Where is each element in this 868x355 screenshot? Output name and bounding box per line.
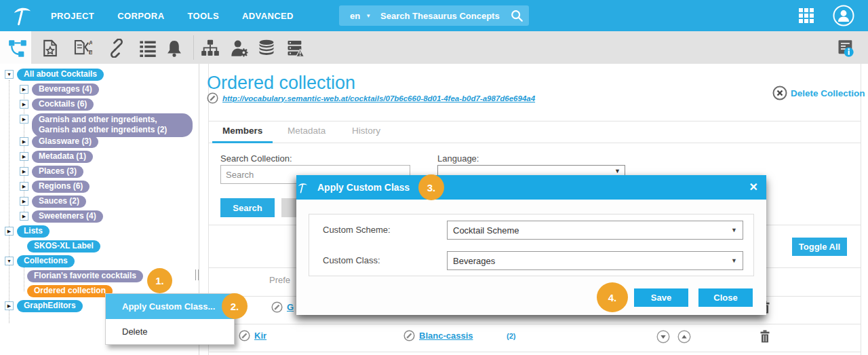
tree-expand-toggle[interactable]: ▶ (20, 167, 28, 176)
tree-expand-toggle[interactable]: ▶ (20, 100, 28, 109)
tree-expand-toggle[interactable]: ▶ (5, 301, 14, 310)
member-link-kir[interactable]: Kir (254, 331, 267, 341)
server-status-icon[interactable] (285, 39, 304, 58)
menu-tools[interactable]: TOOLS (187, 11, 219, 21)
search-input[interactable]: Search Thesaurus Concepts (380, 11, 510, 21)
custom-class-value: Beverages (453, 256, 495, 266)
edit-pencil-icon[interactable] (403, 330, 415, 341)
tree-expand-toggle[interactable]: ▶ (20, 152, 28, 161)
info-panel-icon[interactable] (836, 39, 855, 58)
search-icon[interactable] (510, 9, 524, 22)
tree-expand-toggle[interactable]: ▶ (20, 85, 28, 94)
tree-node-all-about-cocktails[interactable]: All about Cocktails (17, 69, 104, 81)
list-icon[interactable] (138, 39, 157, 58)
tree-node-beverages[interactable]: Beverages (4) (32, 83, 99, 96)
active-tab-underline (212, 141, 273, 143)
user-settings-icon[interactable] (230, 39, 249, 58)
tree-node-sauces[interactable]: Sauces (2) (32, 195, 86, 208)
edit-pencil-icon[interactable] (207, 92, 218, 104)
tree-node-places[interactable]: Places (3) (32, 166, 83, 178)
secondary-toolbar (0, 31, 868, 64)
table-row-border (208, 324, 861, 324)
language-label: Language: (437, 153, 479, 164)
tree-row: ▶ Regions (6) (20, 181, 90, 193)
tree-row: SKOS-XL Label (27, 240, 100, 253)
thesaurus-search-box[interactable]: en ▼ Search Thesaurus Concepts (339, 5, 529, 26)
custom-scheme-select[interactable]: Cocktail Scheme ▼ (447, 221, 743, 240)
tree-row: ▶ Cocktails (6) (20, 98, 94, 111)
move-up-icon[interactable] (677, 330, 691, 343)
tree-node-sweeteners[interactable]: Sweeteners (4) (32, 210, 103, 223)
tree-expand-toggle[interactable]: ▶ (20, 212, 28, 221)
tree-node-cocktails[interactable]: Cocktails (6) (32, 98, 94, 111)
tree-row: ▶ Sauces (2) (20, 195, 86, 208)
sidebar-splitter-handle[interactable] (195, 269, 199, 280)
table-row: Kir (239, 330, 267, 341)
tree-expand-toggle[interactable]: ▼ (5, 70, 14, 79)
save-button[interactable]: Save (634, 288, 688, 307)
tree-expand-toggle[interactable]: ▶ (20, 137, 28, 146)
tree-expand-toggle[interactable]: ▶ (20, 182, 28, 191)
document-translate-icon[interactable]: A B (73, 39, 92, 58)
tree-row: ▼ Collections (5, 255, 75, 267)
tree-node-garnish[interactable]: Garnish and other ingredients, Garnish a… (32, 113, 193, 137)
tree-node-metadata[interactable]: Metadata (1) (32, 151, 93, 163)
dialog-close-icon[interactable]: ✕ (749, 181, 758, 194)
apps-grid-icon[interactable] (799, 8, 814, 23)
tree-node-grapheditors[interactable]: GraphEditors (17, 300, 83, 312)
search-language-selector[interactable]: en (350, 11, 360, 21)
chevron-down-icon[interactable]: ▼ (366, 13, 371, 19)
menu-project[interactable]: PROJECT (51, 11, 94, 21)
poolparty-logo-icon[interactable] (11, 4, 34, 27)
tabs-bottom-border (208, 143, 861, 143)
member-link[interactable]: G (287, 302, 294, 312)
tree-node-regions[interactable]: Regions (6) (32, 181, 90, 193)
delete-collection-label: Delete Collection (791, 88, 865, 98)
toolbar-divider (193, 35, 194, 60)
trash-icon[interactable] (760, 330, 770, 343)
menu-advanced[interactable]: ADVANCED (242, 11, 294, 21)
tab-members[interactable]: Members (222, 126, 262, 136)
member-link-blanc-cassis[interactable]: Blanc-cassis (419, 331, 473, 341)
tab-metadata[interactable]: Metadata (288, 126, 326, 136)
collection-search-button[interactable]: Search (220, 198, 275, 217)
close-button[interactable]: Close (698, 288, 753, 307)
tree-expand-toggle[interactable]: ▶ (5, 227, 14, 236)
concept-tree-icon[interactable] (8, 39, 27, 58)
tree-node-skos-xl-label[interactable]: SKOS-XL Label (27, 240, 100, 253)
tree-expand-toggle[interactable]: ▼ (5, 257, 14, 265)
toggle-all-button[interactable]: Toggle All (792, 238, 847, 256)
context-menu-delete[interactable]: Delete (106, 319, 234, 344)
tree-expand-toggle[interactable]: ▶ (20, 197, 28, 206)
move-down-icon[interactable] (656, 330, 670, 343)
tree-node-ordered-collection-selected[interactable]: Ordered collection (27, 285, 113, 297)
tab-history[interactable]: History (352, 126, 380, 136)
tree-node-florians-favorite-cocktails[interactable]: Florian's favorite cocktails (27, 270, 143, 282)
collection-uri-link[interactable]: http://vocabulary.semantic-web.at/cockta… (222, 94, 535, 102)
app-window: PROJECT CORPORA TOOLS ADVANCED en ▼ Sear… (0, 0, 868, 355)
user-account-icon[interactable] (833, 5, 854, 26)
annotation-badge-2: 2. (222, 293, 248, 319)
link-icon[interactable] (107, 39, 126, 58)
tree-expand-toggle[interactable]: ▶ (20, 115, 28, 124)
database-icon[interactable] (257, 39, 276, 58)
custom-class-select[interactable]: Beverages ▼ (447, 251, 743, 270)
concept-uri-row: http://vocabulary.semantic-web.at/cockta… (207, 92, 535, 104)
tree-node-glassware[interactable]: Glassware (3) (32, 136, 98, 148)
edit-pencil-icon[interactable] (239, 330, 250, 341)
menu-corpora[interactable]: CORPORA (117, 11, 164, 21)
delete-collection-button[interactable]: Delete Collection (772, 86, 865, 100)
tree-node-collections[interactable]: Collections (17, 255, 75, 267)
table-row-border (208, 352, 861, 352)
chevron-down-icon: ▼ (614, 168, 620, 174)
sitemap-icon[interactable] (201, 39, 220, 58)
member-count-badge: (2) (507, 332, 515, 340)
edit-pencil-icon[interactable] (271, 301, 283, 313)
document-star-icon[interactable] (41, 39, 60, 58)
tree-node-lists[interactable]: Lists (17, 225, 50, 238)
bell-icon[interactable] (165, 39, 184, 58)
dialog-title: Apply Custom Class (317, 182, 410, 193)
poolparty-logo-icon (296, 181, 309, 194)
context-menu-apply-custom-class[interactable]: Apply Custom Class... (106, 294, 234, 319)
tree-row: Ordered collection (27, 285, 113, 297)
